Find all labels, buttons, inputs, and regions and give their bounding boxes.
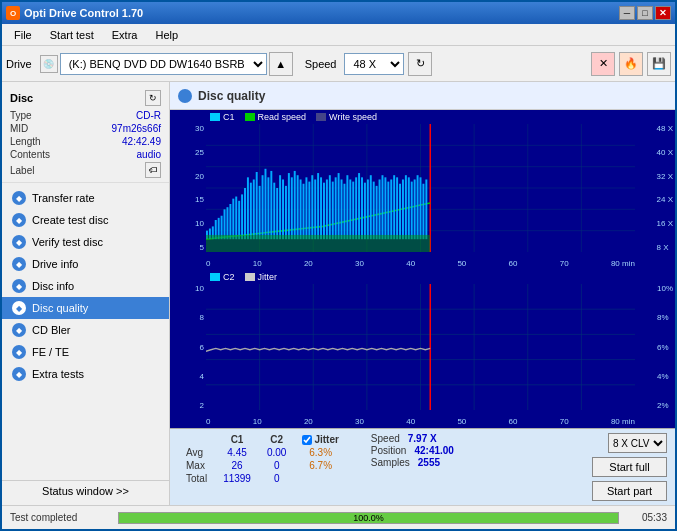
- jitter-checkbox[interactable]: [302, 435, 312, 445]
- svg-rect-87: [422, 184, 424, 239]
- sidebar-item-extra-tests[interactable]: ◆ Extra tests: [2, 363, 169, 385]
- stats-header-row: C1 C2 Jitter: [178, 433, 347, 446]
- menu-extra[interactable]: Extra: [104, 27, 146, 43]
- sidebar-item-verify-test-disc[interactable]: ◆ Verify test disc: [2, 231, 169, 253]
- sidebar-item-create-test-disc[interactable]: ◆ Create test disc: [2, 209, 169, 231]
- chart-top-x-labels: 0 10 20 30 40 50 60 70 80 min: [206, 259, 635, 268]
- avg-c1: 4.45: [215, 446, 259, 459]
- menu-help[interactable]: Help: [147, 27, 186, 43]
- samples-value: 2555: [418, 457, 440, 468]
- disc-info-icon: ◆: [12, 279, 26, 293]
- legend-jitter-color: [245, 273, 255, 281]
- svg-rect-22: [232, 199, 234, 240]
- max-c2: 0: [259, 459, 294, 472]
- svg-rect-58: [338, 173, 340, 239]
- chart-top-y-right: 48 X 40 X 32 X 24 X 16 X 8 X: [657, 124, 673, 252]
- legend-c2: C2: [210, 272, 235, 282]
- svg-rect-38: [279, 175, 281, 239]
- toolbar-erase-button[interactable]: ✕: [591, 52, 615, 76]
- sidebar-extra-tests-label: Extra tests: [32, 368, 84, 380]
- svg-rect-74: [384, 177, 386, 239]
- svg-rect-75: [387, 182, 389, 240]
- sidebar-disc-quality-label: Disc quality: [32, 302, 88, 314]
- toolbar: Drive 💿 (K:) BENQ DVD DD DW1640 BSRB ▲ S…: [2, 46, 675, 82]
- legend-write: Write speed: [316, 112, 377, 122]
- drive-eject-button[interactable]: ▲: [269, 52, 293, 76]
- toolbar-save-button[interactable]: 💾: [647, 52, 671, 76]
- sidebar-item-drive-info[interactable]: ◆ Drive info: [2, 253, 169, 275]
- speed-refresh-button[interactable]: ↻: [408, 52, 432, 76]
- max-jitter: 6.7%: [294, 459, 346, 472]
- disc-quality-icon: ◆: [12, 301, 26, 315]
- disc-mid-label: MID: [10, 123, 28, 134]
- sidebar-item-cd-bler[interactable]: ◆ CD Bler: [2, 319, 169, 341]
- sidebar-item-disc-quality[interactable]: ◆ Disc quality: [2, 297, 169, 319]
- app-icon: O: [6, 6, 20, 20]
- start-full-button[interactable]: Start full: [592, 457, 667, 477]
- panel-header: Disc quality: [170, 82, 675, 110]
- samples-key: Samples: [371, 457, 410, 468]
- sidebar-verify-test-disc-label: Verify test disc: [32, 236, 103, 248]
- svg-rect-48: [308, 182, 310, 240]
- main-content: Disc ↻ Type CD-R MID 97m26s66f Length 42…: [2, 82, 675, 505]
- action-buttons: 8 X CLV Start full Start part: [592, 433, 667, 501]
- toolbar-burn-button[interactable]: 🔥: [619, 52, 643, 76]
- start-part-button[interactable]: Start part: [592, 481, 667, 501]
- position-key: Position: [371, 445, 407, 456]
- svg-rect-83: [411, 182, 413, 240]
- disc-length-label: Length: [10, 136, 41, 147]
- svg-rect-68: [367, 179, 369, 239]
- sidebar-item-fe-te[interactable]: ◆ FE / TE: [2, 341, 169, 363]
- disc-label-row: Label 🏷: [10, 162, 161, 178]
- disc-type-value: CD-R: [136, 110, 161, 121]
- svg-rect-43: [294, 171, 296, 239]
- svg-rect-45: [300, 179, 302, 239]
- svg-rect-61: [346, 175, 348, 239]
- svg-rect-39: [282, 179, 284, 239]
- panel-title: Disc quality: [198, 89, 265, 103]
- extra-tests-icon: ◆: [12, 367, 26, 381]
- svg-rect-47: [305, 177, 307, 239]
- svg-rect-85: [417, 175, 419, 239]
- minimize-button[interactable]: ─: [619, 6, 635, 20]
- svg-rect-36: [273, 183, 275, 240]
- svg-rect-19: [224, 209, 226, 239]
- svg-rect-56: [332, 182, 334, 240]
- chart-bottom-svg: [206, 284, 635, 410]
- sidebar-item-transfer-rate[interactable]: ◆ Transfer rate: [2, 187, 169, 209]
- maximize-button[interactable]: □: [637, 6, 653, 20]
- svg-rect-73: [382, 175, 384, 239]
- right-panel: Disc quality C1 Read speed: [170, 82, 675, 505]
- chart-bottom-y-left: 10 8 6 4 2: [172, 284, 204, 410]
- status-window-label: Status window >>: [42, 485, 129, 497]
- speed-key: Speed: [371, 433, 400, 444]
- speed-select[interactable]: 48 X: [344, 53, 404, 75]
- sidebar-item-disc-info[interactable]: ◆ Disc info: [2, 275, 169, 297]
- disc-type-label: Type: [10, 110, 32, 121]
- svg-rect-28: [250, 183, 252, 240]
- svg-rect-89: [206, 235, 430, 252]
- speed-clv-select[interactable]: 8 X CLV: [608, 433, 667, 453]
- svg-rect-79: [399, 184, 401, 239]
- menu-start-test[interactable]: Start test: [42, 27, 102, 43]
- disc-contents-label: Contents: [10, 149, 50, 160]
- status-window-button[interactable]: Status window >>: [2, 480, 169, 501]
- charts-area: C1 Read speed Write speed 30: [170, 110, 675, 505]
- disc-refresh-button[interactable]: ↻: [145, 90, 161, 106]
- svg-rect-65: [358, 173, 360, 239]
- svg-rect-29: [253, 179, 255, 239]
- svg-rect-46: [303, 184, 305, 239]
- panel-icon: [178, 89, 192, 103]
- legend-jitter-label: Jitter: [258, 272, 278, 282]
- stats-table: C1 C2 Jitter Avg 4.45 0.00: [178, 433, 347, 485]
- svg-rect-50: [314, 179, 316, 239]
- disc-label-button[interactable]: 🏷: [145, 162, 161, 178]
- title-bar: O Opti Drive Control 1.70 ─ □ ✕: [2, 2, 675, 24]
- status-time: 05:33: [627, 512, 667, 523]
- svg-rect-63: [352, 182, 354, 240]
- drive-info-icon: ◆: [12, 257, 26, 271]
- avg-jitter: 6.3%: [294, 446, 346, 459]
- close-button[interactable]: ✕: [655, 6, 671, 20]
- menu-file[interactable]: File: [6, 27, 40, 43]
- drive-select[interactable]: (K:) BENQ DVD DD DW1640 BSRB: [60, 53, 267, 75]
